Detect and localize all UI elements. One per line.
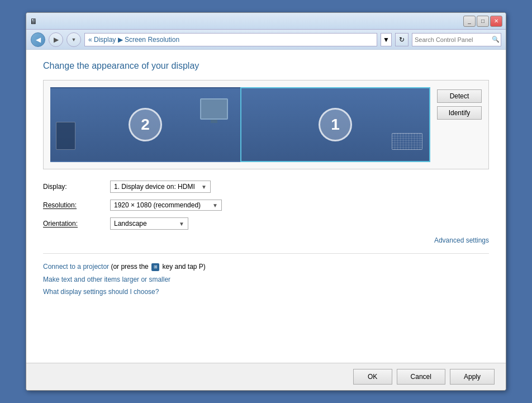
divider: [43, 253, 489, 254]
address-bar: ◀ ▶ ▼ « Display ▶ Screen Resolution ▼ ↻ …: [26, 30, 506, 50]
search-box: 🔍: [412, 33, 501, 46]
monitor-1-box[interactable]: 1: [240, 87, 430, 162]
resolution-label: Resolution:: [43, 201, 110, 209]
page-title: Change the appearance of your display: [43, 61, 489, 71]
monitor-1-keyboard-icon: [392, 133, 422, 150]
cancel-button[interactable]: Cancel: [397, 369, 445, 385]
close-button[interactable]: ✕: [490, 16, 502, 27]
recent-pages-button[interactable]: ▼: [66, 32, 81, 47]
maximize-button[interactable]: □: [477, 16, 489, 27]
main-window: 🖥 _ □ ✕ ◀ ▶ ▼ « Display ▶ Screen Resolut…: [26, 12, 506, 391]
identify-button[interactable]: Identify: [437, 106, 482, 120]
resolution-value: 1920 × 1080 (recommended): [114, 201, 201, 209]
monitor-preview-area: 2 1 Detect Identify: [43, 80, 489, 169]
resolution-row: Resolution: 1920 × 1080 (recommended) ▼: [43, 200, 489, 211]
links-area: Connect to a projector (or press the ⊞ k…: [43, 263, 489, 271]
display-settings-link[interactable]: What display settings should I choose?: [43, 288, 489, 296]
connect-projector-link[interactable]: Connect to a projector: [43, 263, 109, 271]
refresh-button[interactable]: ↻: [395, 33, 408, 46]
resolution-dropdown-arrow: ▼: [212, 202, 218, 208]
minimize-button[interactable]: _: [463, 16, 476, 27]
search-input[interactable]: [415, 36, 492, 43]
apply-button[interactable]: Apply: [450, 369, 495, 385]
monitor-2-side-icon: [56, 122, 75, 150]
display-dropdown[interactable]: 1. Display device on: HDMI ▼: [110, 181, 211, 193]
text-size-link[interactable]: Make text and other items larger or smal…: [43, 276, 489, 283]
monitor-2-box[interactable]: 2: [50, 87, 240, 162]
resolution-dropdown[interactable]: 1920 × 1080 (recommended) ▼: [110, 200, 222, 211]
forward-button[interactable]: ▶: [49, 32, 63, 47]
monitor-container: 2 1: [50, 87, 430, 162]
content-area: Change the appearance of your display 2 …: [26, 50, 506, 363]
address-dropdown-button[interactable]: ▼: [381, 33, 392, 46]
search-icon: 🔍: [492, 36, 500, 43]
display-value: 1. Display device on: HDMI: [114, 183, 195, 191]
display-dropdown-arrow: ▼: [201, 184, 207, 190]
address-path[interactable]: « Display ▶ Screen Resolution: [84, 33, 377, 46]
orientation-value: Landscape: [114, 220, 147, 227]
orientation-dropdown[interactable]: Landscape ▼: [110, 217, 188, 230]
windows-key-icon: ⊞: [151, 263, 159, 271]
title-bar-left: 🖥: [30, 17, 37, 26]
display-row: Display: 1. Display device on: HDMI ▼: [43, 181, 489, 193]
advanced-settings-link[interactable]: Advanced settings: [43, 236, 489, 244]
projector-text: (or press the: [111, 263, 150, 271]
orientation-dropdown-arrow: ▼: [179, 221, 184, 227]
detect-button[interactable]: Detect: [437, 89, 482, 103]
back-button[interactable]: ◀: [31, 32, 45, 47]
detect-identify-buttons: Detect Identify: [437, 87, 482, 162]
orientation-row: Orientation: Landscape ▼: [43, 217, 489, 230]
projector-text-2: key and tap P): [162, 263, 205, 271]
breadcrumb-display[interactable]: « Display ▶ Screen Resolution: [88, 36, 179, 44]
orientation-label: Orientation:: [43, 220, 110, 227]
ok-button[interactable]: OK: [353, 369, 392, 385]
title-bar: 🖥 _ □ ✕: [26, 13, 506, 30]
monitor-1-number: 1: [319, 108, 352, 141]
display-label: Display:: [43, 183, 110, 191]
monitor-2-number: 2: [129, 108, 162, 141]
bottom-bar: OK Cancel Apply: [26, 363, 506, 390]
title-bar-controls: _ □ ✕: [463, 16, 502, 27]
monitor-2-small-icon: [200, 98, 228, 120]
